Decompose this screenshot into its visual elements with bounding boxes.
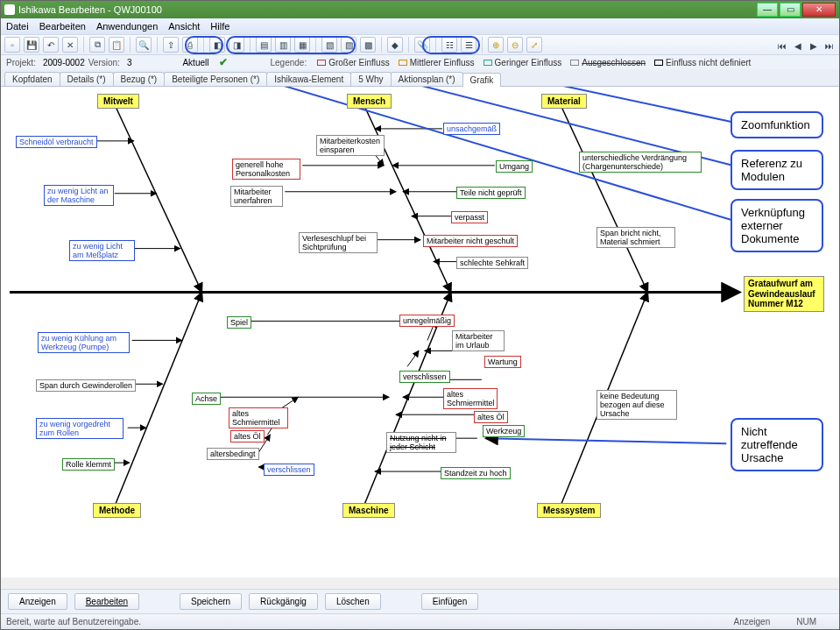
node-nutzung-schicht[interactable]: Nutzung nicht in jeder Schicht [386,432,456,453]
module-ref-4-icon[interactable]: ▧ [321,37,337,53]
module-ref-5-icon[interactable]: ▨ [341,37,356,53]
category-mitwelt[interactable]: Mitwelt [97,94,139,109]
node-schmiermittel[interactable]: altes Schmiermittel [443,388,498,409]
zoom-in-icon[interactable]: ⊕ [488,37,504,53]
btn-rueckgaengig[interactable]: Rückgängig [249,593,318,610]
node-unerfahren[interactable]: Mitarbeiter unerfahren [230,186,283,207]
module-ref-2-icon[interactable]: ▥ [275,37,291,53]
print-icon[interactable]: ⎙ [182,37,198,53]
btn-loeschen[interactable]: Löschen [325,593,381,610]
zoom-fit-icon[interactable]: ⤢ [526,37,542,53]
btn-bearbeiten[interactable]: Bearbeiten [74,593,139,610]
node-schneidoel[interactable]: Schneidöl verbraucht [16,136,97,148]
node-umgang[interactable]: Umgang [496,160,533,173]
node-unsachgemaess[interactable]: unsachgemäß [443,123,500,135]
node-verschlissen[interactable]: verschlissen [399,371,450,383]
undo-icon[interactable]: ↶ [43,37,59,53]
aktuell-check-icon: ✔ [219,56,228,68]
node-schmiermittel-achse[interactable]: altes Schmiermittel [229,407,288,428]
svg-line-41 [477,87,739,124]
attach-icon[interactable]: 📎 [414,37,430,53]
node-vorgedreht[interactable]: zu wenig vorgedreht zum Rollen [36,418,124,439]
node-altes-oel-achse[interactable]: altes Öl [230,430,265,442]
node-keine-bedeutung[interactable]: keine Bedeutung bezogen auf diese Ursach… [596,390,677,420]
node-verschlissen-achse[interactable]: verschlissen [264,464,314,476]
btn-einfuegen[interactable]: Einfügen [421,593,478,610]
node-mitarbeiterkosten[interactable]: Mitarbeiterkosten einsparen [316,135,385,156]
list-icon[interactable]: ☰ [461,37,476,53]
module-ref-7-icon[interactable]: ◆ [387,37,403,53]
link-doc-1-icon[interactable]: ◧ [209,37,225,53]
category-messsystem[interactable]: Messsystem [537,503,601,518]
category-material[interactable]: Material [541,94,587,109]
nav-prev-icon[interactable]: ◀ [792,39,804,52]
node-licht-messplatz[interactable]: zu wenig Licht am Meßplatz [69,240,135,261]
node-werkzeug[interactable]: Werkzeug [483,425,525,437]
node-nicht-geschult[interactable]: Mitarbeiter nicht geschult [423,235,518,247]
legend: Großer Einfluss Mittlerer Einfluss Gerin… [317,58,751,67]
node-rolle-klemmt[interactable]: Rolle klemmt [62,458,115,471]
tab-details[interactable]: Details (*) [60,72,114,86]
node-teile-ungeprueft[interactable]: Teile nicht geprüft [456,187,526,199]
node-unregelmaessig[interactable]: unregelmäßig [399,315,455,327]
node-standzeit[interactable]: Standzeit zu hoch [441,467,511,479]
callout-referenz: Referenz zu Modulen [731,150,823,190]
delete-icon[interactable]: ✕ [62,37,78,53]
callout-verknuepfung: Verknüpfung externer Dokumente [731,199,823,252]
paste-icon[interactable]: 📋 [109,37,124,53]
node-licht-maschine[interactable]: zu wenig Licht an der Maschine [44,185,114,206]
category-maschine[interactable]: Maschine [342,503,395,518]
diagram-canvas[interactable]: Mitwelt Mensch Material Methode Maschine… [1,87,839,577]
menu-anwendungen[interactable]: Anwendungen [96,21,158,32]
node-sehkraft[interactable]: schlechte Sehkraft [456,257,528,269]
save-icon[interactable]: 💾 [24,37,39,53]
zoom-out-icon[interactable]: ⊖ [507,37,523,53]
menu-hilfe[interactable]: Hilfe [210,21,229,32]
node-span-bricht[interactable]: Span bricht nicht, Material schmiert [596,227,675,248]
copy-icon[interactable]: ⧉ [89,37,105,53]
minimize-button[interactable]: — [757,3,778,17]
problem-head[interactable]: Grataufwurf am Gewindeauslauf Nummer M12 [744,276,824,312]
btn-speichern[interactable]: Speichern [180,593,242,610]
tab-grafik[interactable]: Grafik [462,73,502,87]
node-altersbedingt[interactable]: altersbedingt [207,448,259,460]
node-urlaub[interactable]: Mitarbeiter im Urlaub [452,330,505,351]
node-altes-oel[interactable]: altes Öl [474,411,508,423]
module-ref-6-icon[interactable]: ▩ [360,37,376,53]
node-verpasst[interactable]: verpasst [451,211,488,223]
tab-bezug[interactable]: Bezug (*) [113,72,166,86]
node-verleseschlupf[interactable]: Verleseschlupf bei Sichtprüfung [299,232,378,253]
tab-aktionsplan[interactable]: Aktionsplan (*) [391,72,463,86]
nav-next-icon[interactable]: ▶ [808,39,820,52]
legend-gering: Geringer Einfluss [484,58,562,67]
module-ref-1-icon[interactable]: ▤ [256,37,272,53]
tab-beteiligte[interactable]: Beteiligte Personen (*) [164,72,267,86]
find-icon[interactable]: 🔍 [136,37,152,53]
legende-label: Legende: [270,58,307,67]
link-doc-2-icon[interactable]: ◨ [229,37,244,53]
tab-5why[interactable]: 5 Why [350,72,391,86]
module-ref-3-icon[interactable]: ▦ [294,37,310,53]
node-verdraengung[interactable]: unterschiedliche Verdrängung (Chargenunt… [579,152,702,173]
node-wartung[interactable]: Wartung [484,356,521,368]
node-kuehlung[interactable]: zu wenig Kühlung am Werkzeug (Pumpe) [38,332,130,353]
menu-ansicht[interactable]: Ansicht [168,21,200,32]
maximize-button[interactable]: ▭ [780,3,801,17]
tab-kopfdaten[interactable]: Kopfdaten [4,72,60,86]
category-methode[interactable]: Methode [93,503,141,518]
node-personalkosten[interactable]: generell hohe Personalkosten [232,159,300,180]
close-button[interactable]: ✕ [802,3,836,17]
node-spiel[interactable]: Spiel [227,316,251,329]
nav-last-icon[interactable]: ⏭ [823,39,836,52]
tree-icon[interactable]: ☷ [441,37,457,53]
btn-anzeigen[interactable]: Anzeigen [8,593,67,610]
category-mensch[interactable]: Mensch [347,94,392,109]
node-achse[interactable]: Achse [192,393,221,405]
export-icon[interactable]: ⇪ [163,37,179,53]
new-icon[interactable]: ▫ [4,37,20,53]
menu-bearbeiten[interactable]: Bearbeiten [39,21,86,32]
menu-datei[interactable]: Datei [6,21,29,32]
node-span-rollen[interactable]: Span durch Gewinderollen [36,379,136,392]
nav-first-icon[interactable]: ⏮ [776,39,788,52]
tab-ishikawa-element[interactable]: Ishikawa-Element [266,72,351,86]
